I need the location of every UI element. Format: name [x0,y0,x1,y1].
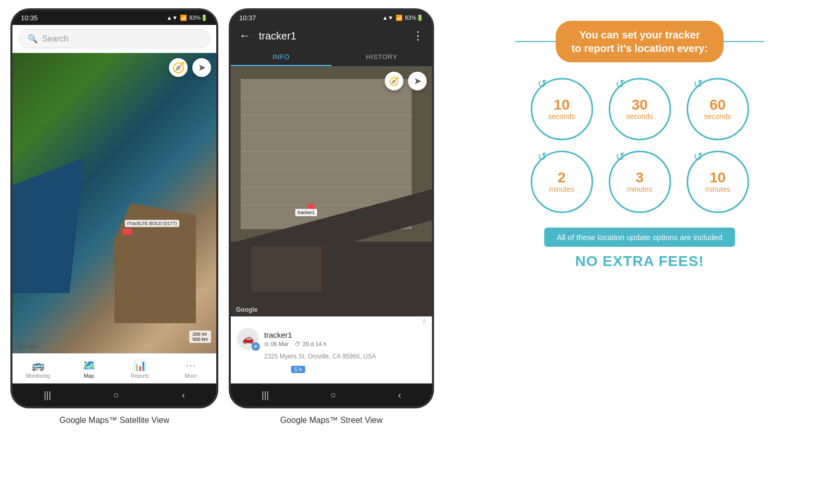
drag-up-icon: ∧ [422,316,427,325]
back-button[interactable]: ← [239,29,251,43]
left-phone-section: 10:35 ▲▼ 📶 83%🔋 🔍 Search [0,0,224,430]
unit-10m: minutes [705,185,730,193]
tab-history[interactable]: HISTORY [332,48,432,66]
android-back-icon[interactable]: ‹ [182,390,185,401]
nav-item-more[interactable]: ⋯ More [165,359,216,379]
arrow-icon-1: ↺ [537,77,547,91]
android-home-icon[interactable]: ○ [114,390,120,401]
google-logo: Google [18,343,39,350]
circle-2-minutes: ↺ 2 minutes [531,151,593,213]
tracker-thumbnail: 🚗 P [237,328,259,350]
left-status-time: 10:35 [21,14,38,22]
android-menu-icon-2[interactable]: ||| [261,390,269,401]
nav-arrow-icon: ➤ [414,75,422,87]
timer-icon: ⏱ [295,341,300,347]
middle-phone: 10:37 ▲▼ 📶 83%🔋 ← tracker1 ⋮ INFO HISTOR… [229,8,434,408]
aerial-map: tracker1 🧭 ➤ Google [231,67,432,316]
search-input[interactable]: Search [42,34,69,44]
date-item: ⊙ 06 Mar [264,341,288,348]
compass-button[interactable]: 🧭 [169,58,188,77]
battery-icon: 83%🔋 [405,15,424,21]
left-map-area[interactable]: iTrackLTE BOLD (0177) 🧭 ➤ 200 mi500 km G… [12,53,216,353]
unit-3m: minutes [627,185,652,193]
map-label: Map [84,373,94,379]
signal-icon: ▲▼ [382,15,393,21]
arrow-icon-3: ↺ [693,77,703,91]
navigation-icon: ➤ [198,62,206,73]
tracker-label: iTrackLTE BOLD (0177) [125,220,180,227]
compass-button-2[interactable]: 🧭 [385,72,403,90]
middle-phone-section: 10:37 ▲▼ 📶 83%🔋 ← tracker1 ⋮ INFO HISTOR… [224,0,439,430]
info-graphic-section: You can set your trackerto report it's l… [439,0,840,290]
number-30s: 30 [632,98,648,112]
parking-badge: P [252,342,260,351]
banner-text: You can set your trackerto report it's l… [571,28,708,55]
clock-icon: ⊙ [264,341,269,348]
arrow-icon-6: ↺ [693,150,703,164]
bottom-nav: 🚌 Monitoring 🗺️ Map 📊 Reports ⋯ More [12,353,216,383]
more-icon: ⋯ [186,359,196,372]
info-header: 🚗 P tracker1 ⊙ 06 Mar ⏱ 20 d 14 h [231,325,432,353]
title-bar: ← tracker1 ⋮ [231,25,432,48]
tracker-details: tracker1 ⊙ 06 Mar ⏱ 20 d 14 h [264,330,326,348]
dark-header: 10:37 ▲▼ 📶 83%🔋 ← tracker1 ⋮ INFO HISTOR… [231,10,432,67]
circle-60-seconds: ↺ 60 seconds [687,78,749,140]
circle-10-seconds: ↺ 10 seconds [531,78,593,140]
navigation-button[interactable]: ➤ [192,58,211,77]
android-menu-icon[interactable]: ||| [44,390,51,401]
building [251,246,321,291]
number-10m: 10 [710,170,726,185]
map-icon: 🗺️ [83,359,96,372]
left-status-bar: 10:35 ▲▼ 📶 83%🔋 [12,10,216,25]
info-banner: You can set your trackerto report it's l… [556,21,724,62]
android-home-icon-2[interactable]: ○ [331,390,336,401]
middle-status-icons: ▲▼ 📶 83%🔋 [382,15,424,21]
date-value: 06 Mar [271,341,288,347]
drag-handle[interactable]: ∧ [231,316,432,325]
tracker-label-2: tracker1 [295,209,318,216]
nav-item-monitoring[interactable]: 🚌 Monitoring [12,359,63,379]
monitoring-label: Monitoring [26,373,50,379]
circles-grid: ↺ 10 seconds ↺ 30 seconds ↺ 60 seconds ↺… [531,78,749,213]
signal-icon: ▲▼ [166,15,178,21]
arrow-icon-4: ↺ [537,150,547,164]
compass-icon: 🧭 [389,76,399,86]
left-caption: Google Maps™ Satellite View [59,416,169,425]
tab-info[interactable]: INFO [231,48,332,66]
number-2m: 2 [558,170,566,185]
circle-30-seconds: ↺ 30 seconds [609,78,671,140]
time-badge: 5 h [291,366,305,373]
no-fees-text: NO EXTRA FEES! [575,253,704,270]
included-banner: All of these location update options are… [544,228,735,247]
map-water [12,158,84,293]
google-logo-2: Google [236,306,257,313]
arrow-icon-2: ↺ [615,77,625,91]
unit-30s: seconds [626,112,653,121]
search-bar[interactable]: 🔍 Search [12,25,216,53]
satellite-map: iTrackLTE BOLD (0177) 🧭 ➤ 200 mi500 km G… [12,53,216,353]
number-60s: 60 [710,98,726,112]
left-phone-content: 🔍 Search iTrackLTE BOLD (0177) 🧭 [12,25,216,383]
tracker-info-name: tracker1 [264,330,326,339]
number-10s: 10 [554,98,570,112]
middle-caption: Google Maps™ Street View [280,416,383,425]
duration-value: 20 d 14 h [303,341,326,347]
circle-3-minutes: ↺ 3 minutes [609,151,671,213]
unit-10s: seconds [548,112,575,121]
tracker-address: 2325 Myers St, Oroville, CA 95966, USA [258,353,432,364]
nav-button-2[interactable]: ➤ [408,72,427,90]
tabs-row: INFO HISTORY [231,48,432,67]
nav-item-map[interactable]: 🗺️ Map [63,359,114,379]
search-input-wrap[interactable]: 🔍 Search [19,29,210,48]
nav-item-reports[interactable]: 📊 Reports [114,359,165,379]
map-scale: 200 mi500 km [189,330,211,343]
android-back-icon-2[interactable]: ‹ [398,390,401,401]
info-panel: ∧ 🚗 P tracker1 ⊙ 06 Mar ⏱ [231,316,432,383]
more-button[interactable]: ⋮ [412,29,424,43]
middle-map-area[interactable]: tracker1 🧭 ➤ Google [231,67,432,316]
arrow-icon-5: ↺ [615,150,625,164]
car-marker-2 [307,204,314,209]
wifi-icon: 📶 [180,15,187,21]
duration-item: ⏱ 20 d 14 h [295,341,326,347]
left-phone: 10:35 ▲▼ 📶 83%🔋 🔍 Search [10,8,218,408]
